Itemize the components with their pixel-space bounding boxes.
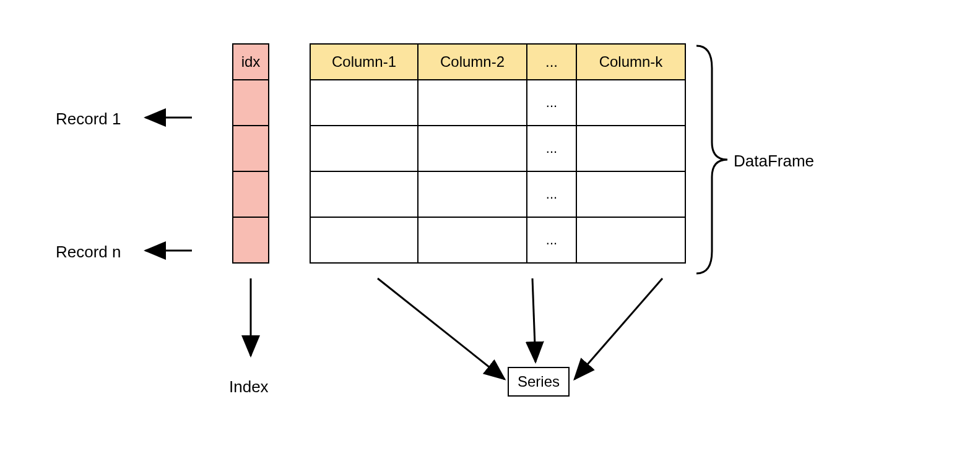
- table-cell: [577, 126, 686, 172]
- index-body-cell: [232, 80, 269, 126]
- table-cell: ...: [527, 218, 577, 264]
- index-body-cell: [232, 126, 269, 172]
- dataframe-table: Column-1 Column-2 ... Column-k ... ... .…: [310, 43, 686, 264]
- label-index: Index: [229, 377, 269, 397]
- table-cell: [418, 172, 527, 218]
- table-cell: ...: [527, 126, 577, 172]
- index-body-cell: [232, 218, 269, 264]
- table-row: ...: [310, 126, 686, 172]
- index-column: idx: [232, 43, 269, 264]
- table-row: ...: [310, 80, 686, 126]
- svg-line-6: [575, 278, 662, 379]
- table-cell: [418, 218, 527, 264]
- svg-line-5: [532, 278, 536, 362]
- series-box: Series: [508, 367, 570, 397]
- table-cell: [577, 80, 686, 126]
- svg-line-4: [378, 278, 505, 379]
- column-header: Column-1: [310, 43, 418, 80]
- table-row: ...: [310, 172, 686, 218]
- table-cell: [310, 126, 418, 172]
- table-cell: ...: [527, 80, 577, 126]
- table-row: ...: [310, 218, 686, 264]
- label-dataframe: DataFrame: [734, 152, 814, 171]
- table-cell: [418, 126, 527, 172]
- table-cell: [310, 172, 418, 218]
- table-cell: [310, 218, 418, 264]
- table-header-row: Column-1 Column-2 ... Column-k: [310, 43, 686, 80]
- label-record-1: Record 1: [56, 110, 121, 129]
- table-cell: [418, 80, 527, 126]
- table-cell: ...: [527, 172, 577, 218]
- label-record-n: Record n: [56, 243, 121, 262]
- index-header-cell: idx: [232, 43, 269, 80]
- column-header: Column-2: [418, 43, 527, 80]
- table-cell: [577, 218, 686, 264]
- index-body-cell: [232, 172, 269, 218]
- table-cell: [310, 80, 418, 126]
- column-header: Column-k: [577, 43, 686, 80]
- column-header: ...: [527, 43, 577, 80]
- table-cell: [577, 172, 686, 218]
